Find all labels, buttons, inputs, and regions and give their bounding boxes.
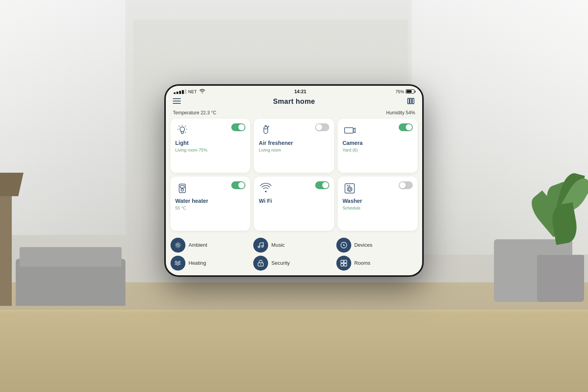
status-left: NET	[174, 89, 205, 94]
nav-ambient[interactable]: Ambient	[171, 238, 252, 253]
status-time: 14:21	[294, 89, 307, 94]
app-header: Smart home	[166, 96, 422, 108]
settings-button[interactable]	[407, 98, 415, 106]
water-heater-icon	[175, 181, 189, 195]
wifi-device-icon	[259, 181, 273, 195]
lamp-decoration	[0, 188, 12, 306]
svg-point-24	[348, 185, 350, 186]
ambient-label: Ambient	[189, 242, 207, 248]
plant-leaves	[525, 165, 588, 263]
water-heater-toggle[interactable]	[231, 181, 245, 189]
camera-icon	[343, 123, 357, 137]
svg-point-23	[347, 185, 348, 186]
heating-icon-circle	[171, 256, 185, 271]
device-grid: Light Living room 75%	[166, 119, 422, 235]
washer-toggle[interactable]	[399, 181, 413, 189]
svg-point-22	[348, 188, 351, 190]
svg-rect-5	[412, 98, 414, 104]
camera-name: Camera	[343, 140, 413, 146]
tablet-device: NET 14:21 75%	[165, 85, 423, 276]
stats-bar: Temperature 22.3 °C Humidity 54%	[166, 108, 422, 119]
nav-music[interactable]: Music	[253, 238, 334, 253]
devices-label: Devices	[354, 242, 372, 248]
air-freshener-name: Air freshener	[259, 140, 329, 146]
svg-point-36	[343, 244, 344, 246]
device-card-water-heater[interactable]: Water heater 55 °C	[171, 177, 250, 231]
washer-sub: Schedule	[343, 206, 413, 210]
nav-devices[interactable]: Devices	[336, 238, 417, 253]
device-card-light[interactable]: Light Living room 75%	[171, 119, 250, 173]
humidity-stat: Humidity 54%	[386, 110, 415, 116]
music-icon-circle	[253, 238, 268, 253]
rooms-icon-circle	[336, 256, 351, 271]
menu-button[interactable]	[173, 98, 181, 106]
tablet-frame: NET 14:21 75%	[165, 85, 423, 276]
device-card-washer[interactable]: Washer Schedule	[338, 177, 417, 231]
air-freshener-icon	[259, 123, 273, 137]
svg-point-38	[260, 264, 261, 264]
svg-rect-14	[345, 128, 353, 133]
light-name: Light	[175, 140, 245, 146]
bottom-nav: Ambient Music	[166, 235, 422, 275]
svg-rect-41	[341, 263, 343, 266]
temperature-stat: Temperature 22.3 °C	[173, 110, 216, 116]
svg-line-11	[179, 126, 180, 126]
music-label: Music	[271, 242, 285, 248]
svg-point-21	[347, 187, 352, 191]
nav-security[interactable]: Security	[253, 256, 334, 271]
device-card-wifi[interactable]: Wi Fi	[254, 177, 334, 231]
svg-rect-4	[410, 98, 412, 104]
svg-rect-39	[341, 260, 343, 263]
svg-point-34	[258, 246, 260, 248]
svg-line-30	[176, 243, 177, 244]
air-freshener-toggle[interactable]	[315, 123, 329, 131]
rooms-label: Rooms	[354, 260, 370, 266]
nav-rooms[interactable]: Rooms	[336, 256, 417, 271]
wifi-name: Wi Fi	[259, 198, 329, 204]
wifi-status-icon	[200, 89, 205, 94]
svg-rect-42	[344, 263, 347, 266]
security-icon-circle	[253, 256, 268, 271]
washer-icon	[343, 181, 357, 195]
light-icon	[175, 123, 189, 137]
svg-line-10	[185, 132, 186, 133]
svg-rect-40	[344, 260, 347, 263]
air-freshener-sub: Living room	[259, 148, 329, 152]
washer-name: Washer	[343, 198, 413, 204]
battery-percent-label: 75%	[396, 89, 404, 94]
camera-sub: Yard (6)	[343, 148, 413, 152]
security-label: Security	[271, 260, 290, 266]
light-toggle[interactable]	[231, 123, 245, 131]
battery-icon	[406, 89, 414, 94]
table-surface	[0, 314, 588, 392]
water-heater-name: Water heater	[175, 198, 245, 204]
svg-rect-3	[408, 98, 409, 104]
nav-heating[interactable]: Heating	[171, 256, 252, 271]
signal-icon	[174, 89, 187, 94]
device-card-camera[interactable]: Camera Yard (6)	[338, 119, 417, 173]
svg-line-8	[185, 126, 186, 126]
water-heater-sub: 55 °C	[175, 206, 245, 210]
svg-point-25	[177, 244, 179, 246]
camera-toggle[interactable]	[399, 123, 413, 131]
svg-point-35	[262, 245, 264, 247]
svg-line-31	[180, 246, 180, 247]
device-card-air-freshener[interactable]: Air freshener Living room	[254, 119, 334, 173]
svg-line-33	[176, 246, 177, 247]
svg-rect-17	[180, 186, 184, 188]
wifi-toggle[interactable]	[315, 181, 329, 189]
carrier-label: NET	[188, 89, 197, 94]
status-right: 75%	[396, 89, 414, 94]
app-title: Smart home	[273, 98, 315, 106]
heating-label: Heating	[189, 260, 206, 266]
devices-icon-circle	[336, 238, 351, 253]
svg-line-32	[180, 243, 180, 244]
svg-point-6	[180, 127, 185, 132]
ambient-icon-circle	[171, 238, 185, 253]
tablet-screen: NET 14:21 75%	[166, 86, 422, 275]
svg-marker-15	[353, 128, 355, 133]
light-sub: Living room 75%	[175, 148, 245, 152]
status-bar: NET 14:21 75%	[166, 86, 422, 96]
window-left	[0, 0, 125, 235]
svg-point-18	[181, 189, 183, 191]
